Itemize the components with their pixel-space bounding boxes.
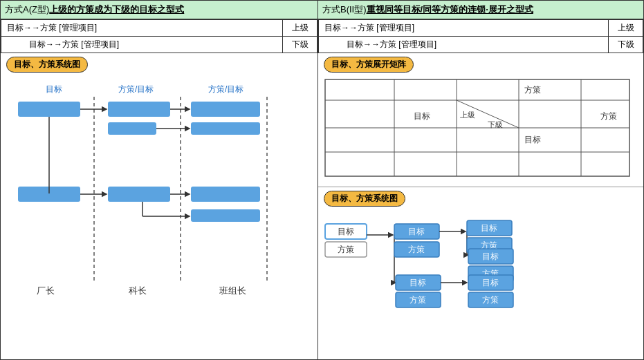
bar-mid-2 <box>108 187 170 202</box>
node-mid1-target-text: 目标 <box>408 227 425 236</box>
left-hierarchy-table: 目标→→方策 [管理项目] 上级 目标→→方策 [管理项目] 下级 <box>1 19 318 53</box>
node-leaf2-strategy-text: 方策 <box>482 295 499 305</box>
bar-right-2 <box>191 122 260 135</box>
node-root-strategy-text: 方策 <box>338 245 354 254</box>
matrix-lower-label: 下級 <box>488 120 503 129</box>
right-top-section: 目标、方策展开矩阵 方策 <box>318 53 643 187</box>
node-mid2-target-text: 目标 <box>410 278 426 287</box>
node-mid2-strategy-text: 方策 <box>410 295 426 305</box>
right-header-main: 重视同等目标/同等方策的连锁·展开之型式 <box>367 4 533 15</box>
node-leaf1b-target-text: 目标 <box>482 252 499 261</box>
matrix-upper-label: 上級 <box>460 111 475 119</box>
bar-mid-1b <box>108 122 156 135</box>
table-row: 目标→→方策 [管理项目] 上级 <box>1 20 318 37</box>
right-content: 目标、方策展开矩阵 方策 <box>318 53 643 359</box>
table-cell-level2: 下级 <box>283 37 318 53</box>
bar-mid-1a <box>108 102 170 117</box>
table-cell-content1: 目标→→方策 [管理项目] <box>1 20 283 37</box>
right-panel: 方式B(II型)重视同等目标/同等方策的连锁·展开之型式 目标→→方策 [管理项… <box>318 0 644 360</box>
node-leaf2-target-text: 目标 <box>482 278 499 287</box>
left-panel: 方式A(Z型)上级的方策成为下级的目标之型式 目标→→方策 [管理项目] 上级 … <box>0 0 318 360</box>
right-bottom-section-label: 目标、方策系统图 <box>324 191 405 207</box>
right-header: 方式B(II型)重视同等目标/同等方策的连锁·展开之型式 <box>318 1 643 19</box>
bottom-label-3: 班组长 <box>219 285 246 296</box>
bar-right-1 <box>191 102 260 117</box>
table-cell-level1: 上级 <box>283 20 318 37</box>
matrix-row-label-target: 目标 <box>414 111 430 121</box>
right-table-cell-level2: 下级 <box>609 37 643 53</box>
left-table-section: 目标→→方策 [管理项目] 上级 目标→→方策 [管理项目] 下级 <box>1 19 318 53</box>
table-row: 目标→→方策 [管理项目] 下级 <box>1 37 318 53</box>
right-hierarchy-table: 目标→→方策 [管理项目] 上级 目标→→方策 [管理项目] 下级 <box>318 19 643 53</box>
table-row: 目标→→方策 [管理项目] 上级 <box>319 20 643 37</box>
table-cell-content2: 目标→→方策 [管理项目] <box>1 37 283 53</box>
right-tree-diagram: 目标 方策 目标 方策 目标 <box>318 210 636 331</box>
right-table-cell-content1: 目标→→方策 [管理项目] <box>319 20 609 37</box>
node-leaf1a-target-text: 目标 <box>481 223 497 233</box>
node-root-target-text: 目标 <box>338 227 354 236</box>
right-top-section-label: 目标、方策展开矩阵 <box>324 57 414 73</box>
col-header-3: 方策/目标 <box>208 84 243 94</box>
right-table-cell-level1: 上级 <box>609 20 643 37</box>
table-row: 目标→→方策 [管理项目] 下级 <box>319 37 643 53</box>
right-top-label-container: 目标、方策展开矩阵 <box>318 53 643 76</box>
node-mid1-strategy-text: 方策 <box>408 245 425 254</box>
right-table-cell-content2: 目标→→方策 [管理项目] <box>319 37 609 53</box>
matrix-right-label: 方策 <box>600 111 617 121</box>
right-bottom-section: 目标、方策系统图 目标 方策 <box>318 187 643 359</box>
right-matrix-diagram: 方策 目标 上級 下級 方策 目标 <box>318 76 636 183</box>
bar-target-1 <box>18 102 80 117</box>
col-header-1: 目标 <box>46 84 62 94</box>
left-type-label: 方式A(Z型) <box>5 4 49 15</box>
matrix-col-header: 方策 <box>524 85 541 95</box>
left-section-label: 目标、方策系统图 <box>6 57 88 73</box>
matrix-bottom-target: 目标 <box>524 135 541 144</box>
right-table-section: 目标→→方策 [管理项目] 上级 目标→→方策 [管理项目] 下级 <box>318 19 643 53</box>
left-system-diagram: 目标 方策/目标 方策/目标 <box>4 79 309 314</box>
left-section-label-container: 目标、方策系统图 <box>1 53 318 76</box>
left-header-main: 上级的方策成为下级的目标之型式 <box>49 4 184 15</box>
left-header: 方式A(Z型)上级的方策成为下级的目标之型式 <box>1 1 318 19</box>
col-header-2: 方策/目标 <box>118 84 154 94</box>
bottom-label-2: 科长 <box>129 285 147 296</box>
right-bottom-label-container: 目标、方策系统图 <box>318 187 643 210</box>
right-type-label: 方式B(II型) <box>322 4 367 15</box>
left-diagram-area: 目标 方策/目标 方策/目标 <box>1 76 318 359</box>
bottom-label-1: 厂长 <box>37 285 55 296</box>
bar-right-3 <box>191 187 260 202</box>
main-container: 方式A(Z型)上级的方策成为下级的目标之型式 目标→→方策 [管理项目] 上级 … <box>0 0 644 360</box>
bar-right-4 <box>191 209 260 222</box>
